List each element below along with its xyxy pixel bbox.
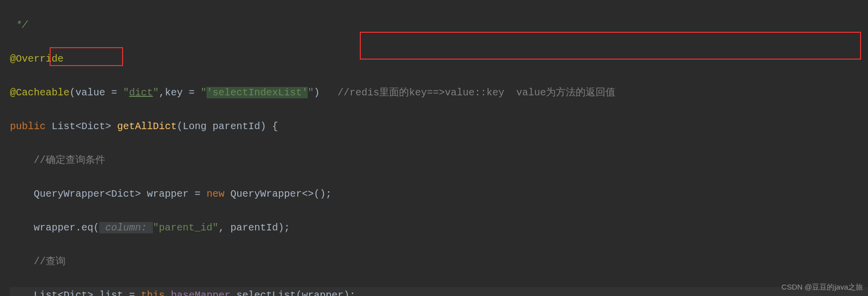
type-dict: Dict [81, 121, 105, 132]
whitespace [320, 87, 337, 98]
indent [10, 222, 34, 233]
param-name: value = [75, 87, 123, 98]
code-line: @Cacheable(value = "dict",key = "'select… [10, 84, 868, 101]
whitespace [46, 121, 52, 132]
angle-bracket: < [58, 290, 64, 296]
type-list: List [34, 290, 58, 296]
angle-bracket: > [87, 290, 93, 296]
watermark-text: CSDN @豆豆的java之旅 [782, 281, 863, 294]
type-dict: Dict [111, 188, 135, 200]
args: , parentId); [218, 222, 290, 233]
paren: ( [69, 87, 75, 98]
param: Long parentId [183, 121, 260, 132]
field-basemapper: baseMapper [171, 290, 230, 296]
comma: , [159, 87, 165, 98]
string-selected: 'selectIndexList' [206, 87, 308, 98]
paren: ( [177, 121, 183, 132]
string-value: dict [129, 87, 153, 98]
paren-brace: ) { [260, 121, 278, 132]
dot: . [230, 290, 236, 296]
comment-text: */ [10, 19, 28, 31]
type-list: List [52, 121, 75, 132]
code-line: public List<Dict> getAllDict(Long parent… [10, 118, 868, 135]
string-quote: " [153, 87, 159, 98]
method-call: eq [81, 222, 93, 233]
paren: ( [93, 222, 99, 233]
keyword-new: new [206, 188, 224, 200]
indent [10, 256, 34, 267]
code-line: */ [10, 17, 868, 34]
type: QueryWrapper [224, 188, 302, 200]
diamond: <> [302, 188, 314, 200]
code-line: @Override [10, 51, 868, 68]
type: QueryWrapper [34, 188, 105, 200]
annotation: @Cacheable [10, 87, 69, 98]
param-name: key = [165, 87, 200, 98]
code-line: QueryWrapper<Dict> wrapper = new QueryWr… [10, 186, 868, 203]
annotation: @Override [10, 53, 64, 65]
string-quote: " [123, 87, 129, 98]
code-line: wrapper.eq( column: "parent_id", parentI… [10, 220, 868, 236]
type-dict: Dict [64, 290, 87, 296]
paren: ) [314, 87, 320, 98]
indent [10, 290, 34, 296]
method-name: getAllDict [117, 121, 177, 132]
assign: wrapper = [141, 188, 206, 200]
code-line-current: List<Dict> list = this.baseMapper.select… [10, 287, 868, 296]
string-quote: " [308, 87, 314, 98]
keyword-public: public [10, 121, 46, 132]
angle-bracket: > [135, 188, 141, 200]
line-comment: //查询 [34, 256, 66, 267]
angle-bracket: < [105, 188, 111, 200]
inline-hint: column: [99, 222, 153, 233]
method-call: selectList [236, 290, 296, 296]
line-comment: //确定查询条件 [34, 154, 105, 166]
angle-bracket: > [105, 121, 111, 132]
dot: . [165, 290, 171, 296]
string-literal: "parent_id" [153, 222, 218, 233]
keyword-this: this [141, 290, 165, 296]
line-comment: //redis里面的key==>value::key value为方法的返回值 [337, 87, 615, 98]
args: (wrapper); [296, 290, 355, 296]
angle-bracket: < [75, 121, 81, 132]
code-editor[interactable]: */ @Override @Cacheable(value = "dict",k… [0, 0, 868, 296]
paren: (); [314, 188, 332, 200]
assign: list = [93, 290, 141, 296]
indent [10, 154, 34, 166]
member-access: wrapper. [34, 222, 81, 233]
indent [10, 188, 34, 200]
code-line: //确定查询条件 [10, 152, 868, 169]
code-line: //查询 [10, 253, 868, 270]
string-quote: " [200, 87, 206, 98]
whitespace [111, 121, 117, 132]
